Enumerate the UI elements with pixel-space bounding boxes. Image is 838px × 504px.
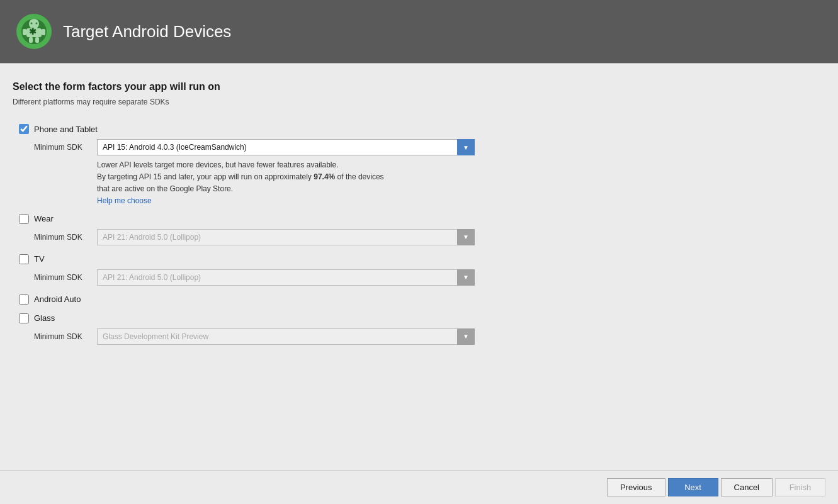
main-content: Select the form factors your app will ru… — [0, 64, 838, 470]
header-title: Target Android Devices — [63, 22, 231, 42]
svg-rect-4 — [23, 29, 26, 35]
phone-tablet-sdk-label: Minimum SDK — [34, 143, 97, 152]
wear-sdk-row: Minimum SDK API 21: Android 5.0 (Lollipo… — [34, 229, 825, 245]
tv-checkbox-row: TV — [19, 254, 825, 264]
wear-sdk-label: Minimum SDK — [34, 233, 97, 242]
svg-point-8 — [31, 23, 33, 25]
info-line1: Lower API levels target more devices, bu… — [97, 159, 475, 171]
help-me-choose-link[interactable]: Help me choose — [97, 196, 152, 205]
phone-tablet-label[interactable]: Phone and Tablet — [34, 125, 98, 134]
info-line2-suffix: of the devices — [335, 172, 383, 181]
wear-checkbox-row: Wear — [19, 214, 825, 224]
tv-sdk-wrapper: API 21: Android 5.0 (Lollipop) — [97, 269, 475, 286]
phone-tablet-sdk-select[interactable]: API 15: Android 4.0.3 (IceCreamSandwich) — [97, 139, 475, 155]
svg-point-9 — [36, 23, 38, 25]
footer: Previous Next Cancel Finish — [0, 470, 838, 504]
android-auto-label[interactable]: Android Auto — [34, 294, 81, 304]
wear-section: Wear Minimum SDK API 21: Android 5.0 (Lo… — [19, 214, 825, 245]
android-studio-logo: ✱ — [15, 13, 53, 50]
tv-sdk-select[interactable]: API 21: Android 5.0 (Lollipop) — [97, 269, 475, 286]
svg-rect-5 — [42, 29, 45, 35]
tv-section: TV Minimum SDK API 21: Android 5.0 (Loll… — [19, 254, 825, 286]
glass-sdk-select[interactable]: Glass Development Kit Preview — [97, 328, 475, 345]
info-line3: that are active on the Google Play Store… — [97, 183, 475, 195]
glass-checkbox[interactable] — [19, 313, 29, 323]
android-auto-section: Android Auto — [19, 294, 825, 305]
tv-sdk-row: Minimum SDK API 21: Android 5.0 (Lollipo… — [34, 269, 825, 286]
finish-button[interactable]: Finish — [775, 478, 825, 496]
phone-tablet-sdk-wrapper: API 15: Android 4.0.3 (IceCreamSandwich) — [97, 139, 475, 155]
tv-sdk-label: Minimum SDK — [34, 273, 97, 282]
glass-sdk-label: Minimum SDK — [34, 332, 97, 341]
tv-checkbox[interactable] — [19, 254, 29, 264]
svg-rect-6 — [29, 37, 33, 43]
glass-label[interactable]: Glass — [34, 313, 55, 323]
page-title: Select the form factors your app will ru… — [13, 81, 825, 92]
android-auto-checkbox[interactable] — [19, 294, 29, 305]
wear-checkbox[interactable] — [19, 214, 29, 224]
glass-section: Glass Minimum SDK Glass Development Kit … — [19, 313, 825, 345]
phone-tablet-sdk-row: Minimum SDK API 15: Android 4.0.3 (IceCr… — [34, 139, 825, 155]
cancel-button[interactable]: Cancel — [721, 478, 773, 496]
svg-text:✱: ✱ — [29, 26, 37, 36]
phone-tablet-section: Phone and Tablet Minimum SDK API 15: And… — [19, 124, 825, 205]
glass-sdk-wrapper: Glass Development Kit Preview — [97, 328, 475, 345]
info-line2-prefix: By targeting API 15 and later, your app … — [97, 172, 314, 181]
wear-label[interactable]: Wear — [34, 214, 54, 223]
phone-tablet-info: Lower API levels target more devices, bu… — [97, 159, 475, 205]
glass-checkbox-row: Glass — [19, 313, 825, 323]
phone-tablet-checkbox[interactable] — [19, 124, 29, 134]
info-bold: 97.4% — [314, 172, 335, 181]
form-area: Phone and Tablet Minimum SDK API 15: And… — [13, 124, 825, 457]
android-auto-checkbox-row: Android Auto — [19, 294, 825, 305]
svg-rect-7 — [35, 37, 39, 43]
next-button[interactable]: Next — [668, 478, 718, 496]
previous-button[interactable]: Previous — [607, 478, 665, 496]
wear-sdk-wrapper: API 21: Android 5.0 (Lollipop) — [97, 229, 475, 245]
page-subtitle: Different platforms may require separate… — [13, 98, 825, 106]
wear-sdk-select[interactable]: API 21: Android 5.0 (Lollipop) — [97, 229, 475, 245]
info-line2: By targeting API 15 and later, your app … — [97, 171, 475, 183]
tv-label[interactable]: TV — [34, 254, 45, 264]
header: ✱ Target Android Devices — [0, 0, 838, 63]
glass-sdk-row: Minimum SDK Glass Development Kit Previe… — [34, 328, 825, 345]
phone-tablet-checkbox-row: Phone and Tablet — [19, 124, 825, 134]
